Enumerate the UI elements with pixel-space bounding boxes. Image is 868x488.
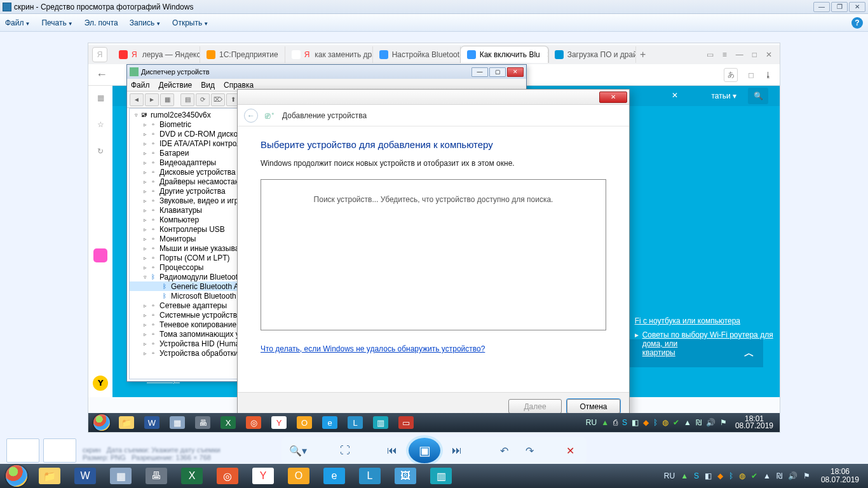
pin-yandex[interactable]: Y [245,464,281,487]
dm-minimize-button[interactable]: — [471,67,488,77]
menu-print[interactable]: Печать▼ [41,18,72,27]
tray-bluetooth-icon[interactable]: ᛒ [729,471,733,480]
tray-flag-icon[interactable]: ⚑ [720,418,727,427]
pin-calc[interactable]: ▦ [103,464,139,487]
wiz-help-link[interactable]: Что делать, если Windows не удалось обна… [261,344,485,353]
dm-menu-view[interactable]: Вид [201,81,215,90]
inner-start-button[interactable] [90,414,114,431]
tb-scan[interactable]: ⟳ [196,93,210,106]
back-button[interactable]: ← [96,68,107,81]
tb-up[interactable]: ▦ [160,93,174,106]
yandex-alice-icon[interactable]: 𝗬 [93,376,108,391]
thumb[interactable] [43,438,76,463]
dm-menu-file[interactable]: Файл [131,81,150,90]
thumb[interactable] [6,438,39,463]
bookmark-icon[interactable]: ◻ [748,71,754,79]
pin-excel[interactable]: X [174,464,210,487]
tray-skype-icon[interactable]: S [694,471,699,480]
tray-network-icon[interactable]: ₪ [696,418,702,427]
tray-icon[interactable]: ◧ [632,418,639,427]
tab-2[interactable]: Якак заменить драй [285,46,373,63]
tabs-overview-icon[interactable]: ▭ [707,50,714,59]
dm-close-button[interactable]: ✕ [507,67,524,77]
pin-app-orange[interactable]: ◎ [241,414,266,431]
next-button[interactable]: ⏭ [445,441,468,460]
yandex-home-button[interactable]: Я [92,47,107,62]
pin-photos[interactable]: 🖼 [388,464,423,487]
pin-outlook[interactable]: O [292,414,317,431]
new-tab-button[interactable]: + [636,49,650,60]
maximize-button[interactable]: ❐ [831,2,848,12]
tab-1[interactable]: 1С:Предприятие [200,46,285,63]
tray-icon[interactable]: ▲ [684,418,691,427]
close-button[interactable]: ✕ [849,2,865,12]
pin-ie[interactable]: e [317,414,342,431]
tray-network-icon[interactable]: ₪ [776,471,782,480]
wiz-titlebar[interactable]: ✕ [238,90,629,105]
tray-icon[interactable]: ▲ [681,471,688,480]
dm-menu-help[interactable]: Справка [224,81,254,90]
help-icon[interactable]: ? [851,17,863,29]
menu-file[interactable]: Файл▼ [5,18,30,27]
inner-clock[interactable]: 18:0108.07.2019 [731,414,777,431]
tray-skype-icon[interactable]: S [622,418,627,427]
tray-icon[interactable]: ▲ [763,471,771,480]
browser-menu-icon[interactable]: ≡ [722,50,727,59]
pin-calc[interactable]: ▦ [165,414,190,431]
wiz-close-button[interactable]: ✕ [599,92,627,103]
rotate-ccw-button[interactable]: ↶ [492,441,515,460]
favorites-icon[interactable]: ☆ [95,119,106,130]
slideshow-button[interactable]: ▣ [406,435,443,466]
zoom-button[interactable]: 🔍▾ [287,441,309,460]
tray-icon[interactable]: ✔ [673,418,679,427]
history-icon[interactable]: ↻ [95,146,106,157]
pin-yandex[interactable]: Y [266,414,292,431]
browser-close-icon[interactable]: ✕ [766,50,772,59]
pin-word[interactable]: W [139,414,165,431]
tray-icon[interactable]: ⎙ [613,418,618,427]
search-icon[interactable]: 🔍 [748,88,768,104]
minimize-button[interactable]: — [813,2,830,12]
tray-icon[interactable]: ▲ [601,418,609,427]
delete-button[interactable]: ✕ [559,441,581,460]
browser-maximize-icon[interactable]: □ [752,50,757,59]
tab-0[interactable]: Ялеруа — Яндекс: на [112,46,200,63]
tb-back[interactable]: ◄ [130,93,144,106]
pin-explorer[interactable]: 📁 [114,414,139,431]
tray-icon[interactable]: ✔ [751,471,757,480]
prev-button[interactable]: ⏮ [381,441,403,460]
tab-3[interactable]: Настройка Bluetoot [373,46,461,63]
tab-5[interactable]: Загрузка ПО и драй [548,46,636,63]
outer-clock[interactable]: 18:0608.07.2019 [816,466,864,485]
pin-fax[interactable]: 🖶 [139,464,174,487]
browser-minimize-icon[interactable]: — [736,50,743,59]
menu-email[interactable]: Эл. почта [85,18,118,27]
tb-uninstall[interactable]: ⌦ [211,93,225,106]
tray-bluetooth-icon[interactable]: ᛒ [653,418,658,427]
dm-titlebar[interactable]: Диспетчер устройств — ▢ ✕ [127,65,526,79]
cancel-button[interactable]: Отмена [567,399,620,414]
list-item[interactable]: ▸ Советы по выбору Wi-Fi роутера для дом… [635,330,775,357]
fit-button[interactable]: ⛶ [334,441,356,460]
tab-4-active[interactable]: Как включить Blu✕ [461,46,548,63]
list-item[interactable]: Fi с ноутбука или компьютера [635,316,775,325]
pin-excel[interactable]: X [215,414,241,431]
tray-flag-icon[interactable]: ⚑ [803,471,810,480]
pin-outlook[interactable]: O [281,464,316,487]
tb-fwd[interactable]: ► [145,93,159,106]
start-button[interactable] [1,464,32,487]
pin-word[interactable]: W [67,464,103,487]
pin-app-l[interactable]: L [342,414,368,431]
tray-icon[interactable]: ◆ [717,471,723,480]
pin-settings[interactable]: ▥ [423,464,459,487]
pin-app-orange[interactable]: ◎ [210,464,245,487]
pin-app-l[interactable]: L [352,464,388,487]
page-menu-item[interactable]: татьи ▾ [711,92,736,100]
dm-maximize-button[interactable]: ▢ [489,67,506,77]
pin-explorer[interactable]: 📁 [32,464,67,487]
menu-burn[interactable]: Запись▼ [130,18,161,27]
tray-icon[interactable]: ◍ [739,471,745,480]
lang-indicator[interactable]: RU [586,418,597,427]
tb-prop[interactable]: ▤ [180,93,194,106]
dm-menu-action[interactable]: Действие [159,81,193,90]
